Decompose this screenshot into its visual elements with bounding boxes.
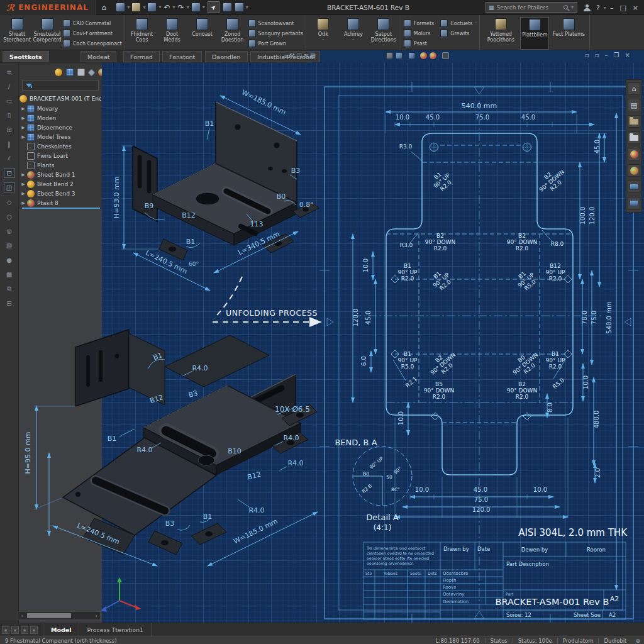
dim-label: 540.0 mm [606, 301, 613, 333]
bend-note: 90° DOWN [424, 387, 454, 394]
folder-button[interactable] [628, 131, 640, 144]
viewport-canvas[interactable]: 540.0 mm 10.0 45.0 75.0 45.0 10.0 120.0 … [0, 63, 644, 623]
doot-medds-button[interactable]: Doot Medds- [158, 17, 187, 47]
panel-icon[interactable] [223, 3, 232, 12]
screen-settings-icon[interactable] [442, 52, 449, 59]
ribbon-toolbar: Sheatt Stercheant Snesteatel Corepentrd … [0, 15, 644, 50]
home-view-button[interactable]: ⌂ [628, 82, 640, 95]
select-cursor-tool[interactable]: ➤ [208, 1, 219, 13]
songuny-button[interactable]: Songuny pertants [248, 29, 303, 38]
titleblock-note: ooonsoing orvvnosencr. [367, 561, 414, 566]
print-icon[interactable] [191, 3, 201, 12]
home-icon[interactable]: ⌂ [102, 3, 107, 12]
wrench-tool-icon[interactable]: ⚒ [289, 52, 295, 59]
search-icon[interactable] [564, 5, 568, 9]
open-folder-button[interactable] [628, 115, 640, 128]
flatten-button-active[interactable]: Plattbilem [520, 17, 549, 50]
globe-icon[interactable]: ⊕ [635, 638, 640, 644]
coctuets-button[interactable]: Coctuets- [440, 19, 477, 28]
viewport-minimize-button[interactable]: – [605, 52, 608, 58]
grid-tool-icon[interactable]: ▦ [310, 52, 316, 59]
achirey-button[interactable]: Achirey- [339, 17, 368, 41]
tab-daondlen[interactable]: Daondlen [205, 51, 248, 62]
pie-icon [630, 150, 638, 158]
tile-icon[interactable]: ▫ [595, 52, 599, 58]
fect-platems-button[interactable]: Fect Platems [550, 17, 587, 37]
tab-formad[interactable]: Formad [123, 51, 160, 62]
scrollbar-thumb[interactable] [27, 613, 71, 618]
minimize-button[interactable]: – [610, 4, 614, 12]
fhidnent-coos-button[interactable]: Fhidnent Coos [128, 17, 157, 43]
render-sphere-icon[interactable] [420, 52, 427, 59]
search-dropdown-caret[interactable]: ▾ [571, 4, 574, 10]
align-tool-icon[interactable]: ≋ [303, 52, 308, 59]
redo-icon[interactable]: ↷ [178, 3, 184, 12]
tab-modeat[interactable]: Modeat [80, 51, 116, 62]
search-input[interactable]: ▦ Search fer Ptailers ▾ [486, 2, 577, 13]
sheet-metal-button[interactable]: Sheatt Stercheant [3, 17, 31, 43]
material-sphere-button[interactable] [628, 164, 640, 177]
section-tool-icon[interactable]: ◫ [296, 52, 302, 59]
molurs-button[interactable]: Molurs [404, 29, 434, 38]
help-caret[interactable]: ▾ [604, 5, 606, 11]
grid-view-icon[interactable] [235, 3, 244, 12]
logo-text: ENGINEERINAL [18, 3, 89, 12]
sheet-list-button[interactable]: ▤ [628, 99, 640, 111]
display-mode-icon[interactable] [386, 52, 393, 59]
scroll-left-arrow[interactable]: ‹ [18, 613, 26, 619]
odk-button[interactable]: Odk- [309, 17, 338, 41]
prev-sheet-button[interactable]: ▪ [11, 626, 19, 634]
tab-fonstont[interactable]: Fonstont [162, 51, 202, 62]
dropdown-caret: ▾ [187, 4, 189, 10]
vettoned-positions-button[interactable]: Yettoned Poocithons- [482, 17, 519, 47]
next-sheet-button[interactable]: ▪ [21, 626, 28, 634]
tab-seottkots[interactable]: Seottkots [3, 51, 49, 62]
psast-button[interactable]: Psast [404, 39, 434, 48]
new-document-icon[interactable] [116, 3, 125, 12]
tab-model[interactable]: Model [43, 623, 79, 637]
material-sphere-icon[interactable] [430, 52, 436, 59]
viewport-close-button[interactable]: × [625, 52, 630, 58]
scroll-right-arrow[interactable]: › [92, 613, 100, 619]
title-bar: ℛ ENGINEERINAL ⌂ ▾ ▾ ▾ ↶▾ ↷▾ ▾ ➤ ▾ BRACK… [0, 0, 644, 15]
converted-component-button[interactable]: Snesteatel Corepentrd [33, 17, 62, 43]
first-sheet-button[interactable]: ▪ [2, 626, 9, 634]
formets-button[interactable]: Formets [404, 19, 434, 28]
isometric-view-icon[interactable] [396, 52, 402, 59]
color-chart-button[interactable] [628, 148, 640, 160]
flatten-icon [529, 19, 541, 31]
status-units[interactable]: Dudiobit [599, 638, 631, 644]
titleblock-field: Part [506, 592, 514, 596]
open-folder-icon[interactable] [131, 3, 141, 12]
undo-icon[interactable]: ↶ [164, 3, 170, 12]
scanotowvant-button[interactable]: Scanotowvant [248, 19, 303, 28]
user-account-icon[interactable] [584, 4, 591, 11]
coch-button[interactable]: Coch Coneopoinact [63, 39, 122, 48]
feature-icon [196, 18, 208, 30]
tree-horizontal-scrollbar[interactable]: ‹ › [18, 611, 101, 620]
close-button[interactable]: × [633, 4, 638, 12]
status-mode[interactable]: Produlatom [558, 638, 599, 644]
cascade-icon[interactable]: ▫ [585, 52, 589, 58]
grewits-button[interactable]: Grewits [440, 29, 477, 38]
box-view-icon[interactable] [408, 52, 415, 59]
conoast-button[interactable]: Conoast [188, 17, 217, 37]
save-icon[interactable] [147, 3, 157, 12]
port-grown-button[interactable]: Port Grown [248, 39, 303, 48]
satput-directions-button[interactable]: Satput Directions- [369, 17, 398, 47]
maximize-button[interactable]: □ [619, 4, 626, 12]
screenshot-button[interactable] [628, 180, 640, 193]
covi-button[interactable]: Covi-f orntment [63, 29, 122, 38]
dropdown-dash: - [171, 44, 173, 47]
tab-process-transition[interactable]: Process Ttenstion1 [79, 623, 152, 637]
titleblock-row: Oemmotion [443, 599, 469, 604]
viewport-restore-button[interactable]: ❐ [614, 52, 619, 58]
port-icon [248, 40, 256, 47]
help-button[interactable]: ? [596, 4, 600, 12]
display-settings-button[interactable] [628, 197, 640, 209]
zonod-doestion-button[interactable]: Zonod Doestion [218, 17, 247, 43]
cad-command-button[interactable]: CAD Commstal [63, 19, 122, 28]
measure-tool-icon[interactable]: ⌀ [284, 52, 288, 59]
last-sheet-button[interactable]: ▪ [30, 626, 38, 634]
search-placeholder: Search fer Ptailers [497, 4, 561, 11]
